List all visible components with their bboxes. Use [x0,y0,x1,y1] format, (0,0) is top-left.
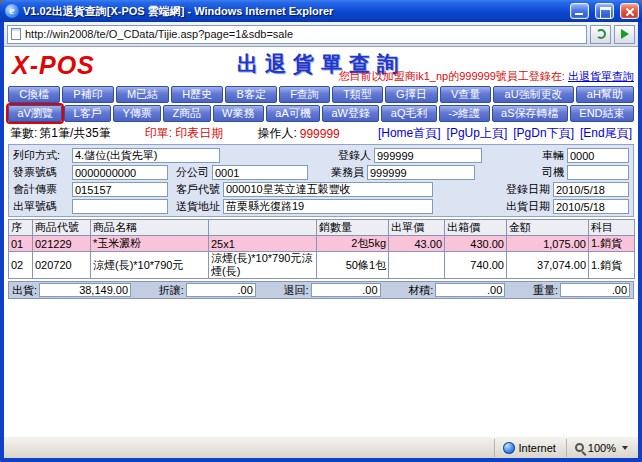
login-info-link[interactable]: 出退貨單查詢 [568,70,634,82]
total-ship: 出貨: 38,149.00 [12,283,131,298]
cell-spec: 25x1 [209,236,317,252]
ship-address-field[interactable]: 苗栗縣光復路19 [223,199,433,214]
toolbar-button-closed[interactable]: M已結 [116,86,169,103]
toolbar-button-pick-date[interactable]: G擇日 [385,86,438,103]
total-weight-label: 重量: [533,283,558,298]
salesman-field[interactable]: 999999 [367,165,475,180]
form-row-4: 出單號碼 送貨地址 苗栗縣光復路19 出貨日期 2010/5/18 [13,199,629,214]
security-zone-indicator: Internet [494,439,564,457]
toolbar-button-login[interactable]: aW登錄 [322,105,379,122]
total-discount-label: 折讓: [159,283,184,298]
order-no-field[interactable] [72,199,168,214]
table-row[interactable]: 01 021229 *玉米澱粉 25x1 2包5kg 43.00 430.00 … [9,236,635,252]
vehicle-field[interactable]: 0000 [567,148,629,163]
toolbar-button-history[interactable]: H歷史 [171,86,223,103]
nav-home-link[interactable]: [Home首頁] [378,125,441,142]
close-button[interactable] [620,3,639,19]
cell-product-code: 020720 [33,252,91,279]
titlebar[interactable]: e V1.02出退貨查詢[X-POS 雲端網] - Windows Intern… [0,0,642,22]
toolbar-button-save-transfer[interactable]: aS保存轉檔 [492,105,568,122]
toolbar-button-check-qty[interactable]: V查量 [440,86,492,103]
ie-logo-icon: e [5,4,19,18]
voucher-field[interactable]: 015157 [72,182,168,197]
nav-end-link[interactable]: [End尾頁] [580,125,632,142]
col-unit-price: 出單價 [389,220,445,236]
login-date-field[interactable]: 2010/5/18 [553,182,629,197]
toolbar-button-maintain[interactable]: ->維護 [439,105,490,122]
go-button[interactable] [614,25,635,44]
toolbar-button-sales[interactable]: W業務 [213,105,264,122]
maximize-button[interactable] [595,3,614,19]
driver-field[interactable] [567,165,629,180]
toolbar-button-change-file[interactable]: C換檔 [8,86,60,103]
toolbar-button-force-edit[interactable]: aU強制更改 [493,86,573,103]
cell-unit-price [389,252,445,279]
login-person-label: 登錄人 [338,148,371,163]
ship-date-label: 出貨日期 [506,199,550,214]
status-message-area [6,439,492,457]
url-text: http://win2008/te/O_CData/Tijie.asp?page… [25,28,293,40]
total-ship-value: 38,149.00 [39,283,131,297]
table-header-row: 序 商品代號 商品名稱 銷數量 出單價 出箱價 金額 科目 [9,220,635,236]
cell-product-name: *玉米澱粉 [91,236,209,252]
cell-box-price: 740.00 [445,252,507,279]
zoom-level: 100% [588,442,616,454]
address-input[interactable]: http://win2008/te/O_CData/Tijie.asp?page… [7,25,587,44]
order-no-label: 出單號碼 [13,199,69,214]
zone-label: Internet [519,442,556,454]
zoom-dropdown-icon [622,446,628,450]
refresh-button[interactable] [590,25,611,44]
content-whitespace [4,301,638,436]
vehicle-label: 車輛 [542,148,564,163]
total-volume-value: .00 [435,283,505,297]
toolbar-button-voucher[interactable]: Y傳票 [113,105,161,122]
cell-seq: 01 [9,236,33,252]
cell-seq: 02 [9,252,33,279]
cell-unit-price: 43.00 [389,236,445,252]
cell-amount: 37,074.00 [507,252,589,279]
toolbar-button-reprint[interactable]: P補印 [62,86,114,103]
col-qty: 銷數量 [317,220,389,236]
refresh-icon [596,29,606,39]
toolbar-button-query[interactable]: F查詢 [279,86,330,103]
cell-qty: 2包5kg [317,236,389,252]
cell-amount: 1,075.00 [507,236,589,252]
toolbar-button-product[interactable]: Z商品 [163,105,211,122]
toolbar-button-customer-set[interactable]: B客定 [225,86,277,103]
col-amount: 金額 [507,220,589,236]
minimize-button[interactable] [570,3,589,19]
toolbar-button-av-browse[interactable]: aV瀏覽 [8,105,62,122]
col-seq: 序 [9,220,33,236]
toolbar-button-help[interactable]: aH幫助 [576,86,634,103]
page-nav-links: [Home首頁] [PgUp上頁] [PgDn下頁] [End尾頁] [378,125,632,142]
table-row[interactable]: 02 020720 涼煙(長)*10*790元 涼煙(長)*10*790元涼煙(… [9,252,635,279]
total-volume-label: 材積: [408,283,433,298]
xpos-logo: X-POS [12,51,95,80]
customer-field[interactable]: 000010皇英立達五穀豐收 [223,182,433,197]
login-person-field[interactable]: 999999 [374,148,482,163]
toolbar-button-end[interactable]: END結束 [570,105,634,122]
invoice-field[interactable]: 0000000000 [72,165,168,180]
ship-date-field[interactable]: 2010/5/18 [553,199,629,214]
order-form: 列印方式: 4.儲位(出貨先單) 登錄人 999999 車輛 0000 發票號碼… [8,144,634,217]
record-count-label: 筆數: [10,125,37,142]
info-bar: 筆數: 第1筆/共35筆 印單: 印表日期 操作人: 999999 [Home首… [10,125,632,142]
zoom-control[interactable]: 100% [566,439,636,457]
print-date-label: 印單: 印表日期 [145,125,224,142]
toolbar-button-profit[interactable]: aQ毛利 [381,105,436,122]
toolbar-button-type[interactable]: T類型 [332,86,383,103]
col-account: 科目 [589,220,635,236]
col-box-price: 出箱價 [445,220,507,236]
driver-label: 司機 [542,165,564,180]
toolbar-button-customer[interactable]: L客戶 [64,105,111,122]
ship-address-label: 送貨地址 [176,199,220,214]
branch-field[interactable]: 0001 [212,165,308,180]
magnifier-icon [575,443,584,452]
print-mode-field[interactable]: 4.儲位(出貨先單) [72,148,220,163]
voucher-label: 會計傳票 [13,182,69,197]
cell-product-code: 021229 [33,236,91,252]
nav-pgdn-link[interactable]: [PgDn下頁] [513,125,574,142]
toolbar-button-machine[interactable]: aA可機 [266,105,320,122]
nav-pgup-link[interactable]: [PgUp上頁] [447,125,508,142]
record-count-value: 第1筆/共35筆 [39,125,110,142]
